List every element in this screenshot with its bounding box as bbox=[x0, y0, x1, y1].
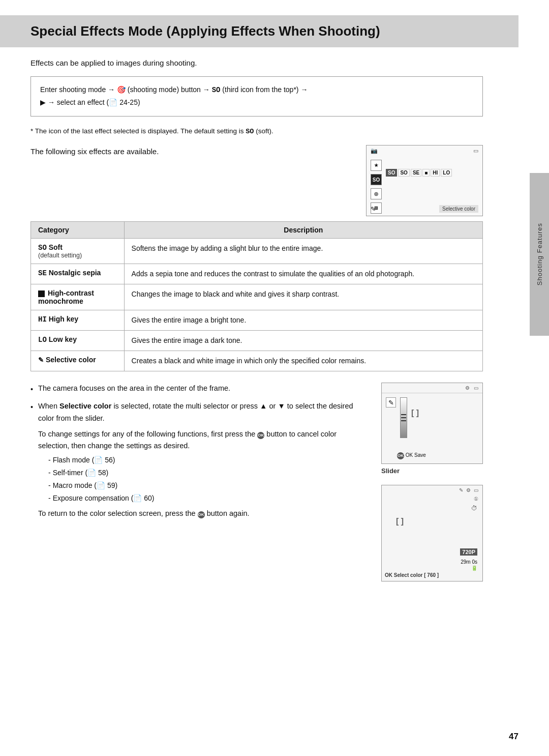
mode-so-selected: SO bbox=[386, 169, 397, 177]
screen2-row2: ① bbox=[382, 495, 482, 503]
return-text: To return to the color selection screen,… bbox=[38, 508, 369, 519]
slider-screen-group: ⚙ ▭ ✎ [ ] bbox=[381, 383, 483, 475]
note-text: * The icon of the last effect selected i… bbox=[30, 126, 483, 137]
table-row-lowkey: LO Low key Gives the entire image a dark… bbox=[31, 331, 483, 351]
bottom-icon-s2: 🔋 bbox=[471, 565, 477, 571]
side-tab: Shooting Features bbox=[530, 173, 549, 336]
desc-lowkey: Gives the entire image a dark tone. bbox=[124, 331, 482, 351]
dash-item-macro: Macro mode (📄 59) bbox=[48, 480, 369, 491]
slider-tick-3 bbox=[401, 420, 406, 421]
bracket-s2: [ ] bbox=[396, 517, 404, 526]
slider-tick-2 bbox=[401, 417, 406, 418]
bullet-text-2: When Selective color is selected, rotate… bbox=[38, 400, 369, 519]
page: Shooting Features Special Effects Mode (… bbox=[0, 0, 549, 756]
instruction-line2: ▶ → select an effect (📄 24-25) bbox=[40, 97, 473, 109]
intro-text: Effects can be applied to images during … bbox=[30, 59, 483, 67]
dash-item-flash: Flash mode (📄 56) bbox=[48, 455, 369, 466]
icon-shooting: ★ bbox=[371, 160, 382, 171]
dash-item-exposure: Exposure compensation (📄 60) bbox=[48, 493, 369, 504]
category-selective: ✎ Selective color bbox=[31, 351, 125, 371]
bracket-s1: [ ] bbox=[411, 409, 419, 418]
slider-bar bbox=[400, 397, 407, 438]
ok-icon-s1: OK bbox=[397, 452, 404, 459]
dash-list: Flash mode (📄 56) Self-timer (📄 58) Macr… bbox=[48, 455, 369, 504]
desc-soft: Softens the image by adding a slight blu… bbox=[124, 239, 482, 264]
category-monochrome: High-contrastmonochrome bbox=[31, 284, 125, 310]
time-label-s2: 29m 0s bbox=[461, 559, 477, 565]
bullet-dot-1: • bbox=[30, 384, 33, 395]
page-number: 47 bbox=[509, 732, 518, 742]
mode-so: SO bbox=[398, 169, 409, 177]
dash-item-selftimer: Self-timer (📄 58) bbox=[48, 468, 369, 478]
self-timer-icon-s2: ⏱ bbox=[471, 505, 477, 512]
pencil-icon-screen: ✎ bbox=[371, 206, 376, 213]
icon-face: ◎ bbox=[371, 188, 382, 199]
table-row-soft: SO Soft (default setting) Softens the im… bbox=[31, 239, 483, 264]
instruction-box: Enter shooting mode → 🎯 (shooting mode) … bbox=[30, 76, 483, 117]
desc-monochrome: Changes the image to black and white and… bbox=[124, 284, 482, 310]
desc-selective: Creates a black and white image in which… bbox=[124, 351, 482, 371]
mode-square: ■ bbox=[422, 169, 430, 177]
bullets-section: • The camera focuses on the area in the … bbox=[30, 383, 483, 581]
slider-topbar: ⚙ ▭ bbox=[382, 383, 482, 393]
ok-badge-2: OK bbox=[198, 511, 205, 518]
desc-sepia: Adds a sepia tone and reduces the contra… bbox=[124, 264, 482, 284]
bullet-dot-2: • bbox=[30, 401, 33, 519]
camera-icon: 📷 bbox=[371, 148, 378, 154]
mode-lo: LO bbox=[441, 169, 452, 177]
icon-pencil-s2: ✎ bbox=[459, 487, 463, 493]
bullet2-prefix: When bbox=[38, 402, 59, 410]
icon-so-active: SO bbox=[371, 174, 382, 185]
bullet-text-1: The camera focuses on the area in the ce… bbox=[38, 383, 369, 395]
main-content: Special Effects Mode (Applying Effects W… bbox=[0, 0, 518, 612]
mode-hi: HI bbox=[431, 169, 440, 177]
mode-se: SE bbox=[411, 169, 421, 177]
screen2-topbar: ✎ ⚙ ▭ bbox=[382, 485, 482, 495]
table-row-sepia: SE Nostalgic sepia Adds a sepia tone and… bbox=[31, 264, 483, 284]
page-title: Special Effects Mode (Applying Effects W… bbox=[0, 15, 518, 47]
bullet-item-1: • The camera focuses on the area in the … bbox=[30, 383, 369, 395]
side-tab-label: Shooting Features bbox=[536, 223, 543, 285]
screen-top-bar: 📷 ▭ bbox=[367, 146, 482, 156]
ok-save-label: OK OK Save bbox=[397, 452, 426, 459]
table-row-highkey: HI High key Gives the entire image a bri… bbox=[31, 310, 483, 331]
battery-icon-s1: ▭ bbox=[474, 385, 478, 391]
effects-available-text: The following six effects are available. bbox=[30, 145, 356, 156]
category-sepia: SE Nostalgic sepia bbox=[31, 264, 125, 284]
category-soft: SO Soft (default setting) bbox=[31, 239, 125, 264]
battery-icon: ▭ bbox=[473, 148, 478, 154]
bullets-content: • The camera focuses on the area in the … bbox=[30, 383, 369, 525]
table-row-selective: ✎ Selective color Creates a black and wh… bbox=[31, 351, 483, 371]
selective-color-label: Selective color bbox=[439, 205, 478, 213]
mode-row: SO SO SE ■ HI LO bbox=[386, 169, 452, 177]
video-label-s2: 720P bbox=[460, 548, 477, 556]
pencil-left-s1: ✎ bbox=[386, 397, 396, 408]
video-res-s2: 720P bbox=[460, 547, 477, 556]
bullet2-extra: To change settings for any of the follow… bbox=[38, 428, 369, 452]
gear-icon-s1: ⚙ bbox=[465, 385, 470, 391]
save-text: OK Save bbox=[406, 452, 426, 458]
bullet2-bold: Selective color bbox=[59, 402, 111, 410]
cam-screen2: ✎ ⚙ ▭ ① ⏱ [ ] 720P 29m bbox=[381, 485, 483, 581]
camera-screen-top: 📷 ▭ ★ SO ◎ ⊞ SO SO SE ■ HI LO bbox=[366, 145, 483, 216]
bullet-item-2: • When Selective color is selected, rota… bbox=[30, 400, 369, 519]
camera-screens-right: ⚙ ▭ ✎ [ ] bbox=[381, 383, 483, 581]
table-row-monochrome: High-contrastmonochrome Changes the imag… bbox=[31, 284, 483, 310]
desc-highkey: Gives the entire image a bright tone. bbox=[124, 310, 482, 331]
gear-icon-s2: ⚙ bbox=[466, 487, 471, 493]
bottom-bar-s2: OK Select color [ 760 ] bbox=[385, 572, 479, 578]
header-category: Category bbox=[31, 222, 125, 239]
battery-icon-s2: ▭ bbox=[474, 487, 478, 493]
category-highkey: HI High key bbox=[31, 310, 125, 331]
circle-icon-s2: ① bbox=[474, 496, 478, 502]
slider-screen: ⚙ ▭ ✎ [ ] bbox=[381, 383, 483, 464]
ok-badge-1: OK bbox=[257, 432, 264, 439]
header-description: Description bbox=[124, 222, 482, 239]
effects-table: Category Description SO Soft (default se… bbox=[30, 221, 483, 371]
instruction-line1: Enter shooting mode → 🎯 (shooting mode) … bbox=[40, 84, 473, 97]
slider-label: Slider bbox=[381, 467, 400, 475]
slider-tick bbox=[401, 414, 406, 415]
category-lowkey: LO Low key bbox=[31, 331, 125, 351]
effects-section: The following six effects are available.… bbox=[30, 145, 483, 216]
